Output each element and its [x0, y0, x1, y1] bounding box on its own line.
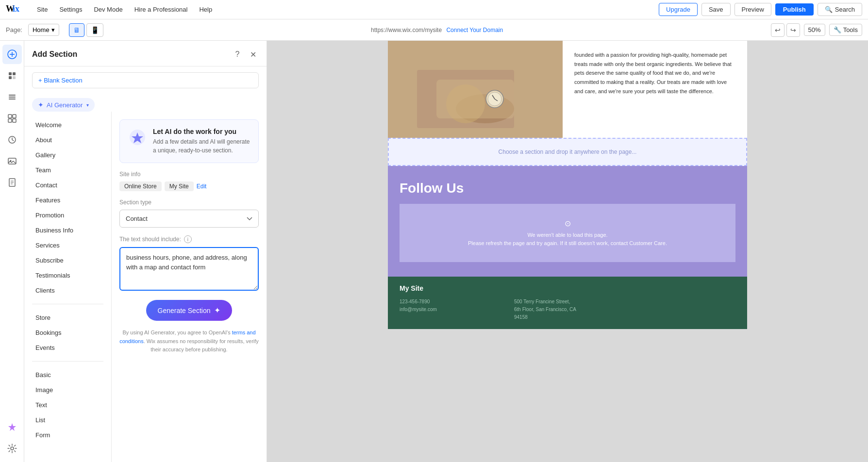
nav-hire[interactable]: Hire a Professional: [130, 4, 193, 15]
follow-error-text: We weren't able to load this page. Pleas…: [468, 231, 667, 247]
svg-marker-23: [8, 423, 16, 431]
zoom-level: 50%: [804, 24, 825, 36]
nav-about[interactable]: About: [24, 132, 111, 148]
nav-contact[interactable]: Contact: [24, 178, 111, 193]
nav-store[interactable]: Store: [24, 310, 111, 325]
chevron-down-icon: ▾: [51, 26, 55, 33]
search-icon: 🔍: [825, 6, 833, 13]
section-type-group: Section type Contact: [119, 199, 259, 228]
panel-content: Welcome About Gallery Team Contact Featu…: [24, 112, 267, 462]
nav-welcome[interactable]: Welcome: [24, 117, 111, 132]
nav-basic[interactable]: Basic: [24, 367, 111, 382]
panel-help-icon[interactable]: ?: [232, 49, 243, 60]
info-icon[interactable]: i: [184, 235, 192, 243]
media-icon[interactable]: [2, 151, 22, 171]
publish-button[interactable]: Publish: [775, 3, 814, 16]
view-icons: 🖥 📱: [69, 23, 103, 37]
search-button[interactable]: 🔍 Search: [818, 3, 862, 16]
nav-image[interactable]: Image: [24, 382, 111, 397]
about-section: founded with a passion for providing hig…: [388, 41, 747, 138]
footer-section: My Site 123-456-7890 info@mysite.com 500…: [388, 277, 747, 329]
error-icon: ⊙: [565, 219, 571, 228]
canvas-area: founded with a passion for providing hig…: [267, 41, 868, 462]
nav-features[interactable]: Features: [24, 193, 111, 208]
nav-gallery[interactable]: Gallery: [24, 148, 111, 163]
preview-button[interactable]: Preview: [734, 3, 771, 16]
generate-section-button[interactable]: Generate Section ✦: [146, 300, 233, 321]
url-bar: https://www.wix.com/mysite Connect Your …: [109, 27, 765, 33]
nav-site[interactable]: Site: [32, 4, 52, 15]
nav-list[interactable]: List: [24, 412, 111, 428]
tools-button[interactable]: 🔧 Tools: [829, 24, 862, 36]
design-icon[interactable]: [2, 66, 22, 85]
nav-text[interactable]: Text: [24, 397, 111, 412]
panel-close-icon[interactable]: ✕: [247, 49, 259, 60]
svg-rect-9: [9, 95, 16, 96]
layers-icon[interactable]: [2, 87, 22, 107]
nav-team[interactable]: Team: [24, 163, 111, 178]
apps-icon[interactable]: [2, 130, 22, 149]
pages-icon[interactable]: [2, 173, 22, 192]
tools-icon: 🔧: [834, 26, 841, 33]
panel-header-icons: ? ✕: [232, 49, 259, 60]
footer-address-2: 6th Floor, San Francisco, CA: [514, 306, 621, 314]
undo-button[interactable]: ↩: [771, 23, 785, 37]
nav-services[interactable]: Services: [24, 238, 111, 253]
upgrade-button[interactable]: Upgrade: [659, 3, 698, 16]
desktop-view-icon[interactable]: 🖥: [69, 23, 84, 37]
nav-devmode[interactable]: Dev Mode: [89, 4, 127, 15]
nav-business-info[interactable]: Business Info: [24, 223, 111, 238]
text-include-textarea[interactable]: business hours, phone, and address, alon…: [119, 247, 259, 291]
wix-logo: W ix: [6, 4, 24, 15]
blank-section-button[interactable]: + Blank Section: [32, 72, 259, 88]
top-nav: Site Settings Dev Mode Hire a Profession…: [32, 4, 217, 15]
page-label: Page:: [6, 26, 22, 33]
ai-footer-text: By using AI Generator, you agree to Open…: [119, 329, 259, 354]
ai-generator-badge[interactable]: ✦ AI Generator ▾: [32, 98, 95, 112]
section-type-select[interactable]: Contact: [119, 210, 259, 228]
nav-help[interactable]: Help: [194, 4, 217, 15]
svg-rect-14: [8, 119, 12, 122]
footer-address-3: 94158: [514, 314, 621, 321]
svg-rect-12: [8, 115, 12, 118]
add-section-icon[interactable]: [2, 45, 22, 64]
components-icon[interactable]: [2, 109, 22, 128]
ai-promo-text: Let AI do the work for you Add a few det…: [153, 128, 250, 155]
svg-rect-6: [13, 72, 16, 75]
site-edit-link[interactable]: Edit: [197, 183, 207, 190]
text-include-group: The text should include: i business hour…: [119, 235, 259, 292]
panel-title: Add Section: [32, 50, 77, 59]
follow-section: Follow Us ⊙ We weren't able to load this…: [388, 166, 747, 277]
nav-events[interactable]: Events: [24, 340, 111, 355]
terms-link[interactable]: terms and conditions: [119, 330, 255, 344]
nav-bookings[interactable]: Bookings: [24, 325, 111, 340]
about-image: [388, 41, 563, 138]
main-layout: Add Section ? ✕ + Blank Section ✦ AI Gen…: [0, 41, 868, 462]
drop-zone[interactable]: Choose a section and drop it anywhere on…: [388, 138, 747, 166]
footer-columns: 123-456-7890 info@mysite.com 500 Terry F…: [400, 298, 735, 321]
save-button[interactable]: Save: [701, 3, 731, 16]
nav-settings[interactable]: Settings: [54, 4, 87, 15]
nav-testimonials[interactable]: Testimonials: [24, 268, 111, 283]
page-selector[interactable]: Home ▾: [28, 24, 59, 36]
ai-promo-icon: [128, 128, 147, 147]
svg-rect-15: [13, 119, 16, 122]
nav-clients[interactable]: Clients: [24, 283, 111, 298]
nav-subscribe[interactable]: Subscribe: [24, 253, 111, 268]
site-info-section: Site info Online Store My Site Edit: [119, 171, 259, 191]
ai-icon[interactable]: [2, 417, 22, 437]
nav-promotion[interactable]: Promotion: [24, 208, 111, 223]
panel-header: Add Section ? ✕: [24, 41, 267, 66]
mobile-view-icon[interactable]: 📱: [86, 23, 103, 37]
footer-col-3: [629, 298, 735, 321]
connect-domain-link[interactable]: Connect Your Domain: [446, 27, 503, 33]
svg-rect-7: [9, 76, 12, 79]
undo-redo: ↩ ↪: [771, 23, 800, 37]
redo-button[interactable]: ↪: [786, 23, 800, 37]
ai-generator-section: Let AI do the work for you Add a few det…: [112, 112, 267, 462]
section-type-label: Section type: [119, 199, 259, 206]
top-bar-right: Upgrade Save Preview Publish 🔍 Search: [659, 3, 862, 16]
text-include-label: The text should include:: [119, 236, 181, 243]
settings-sidebar-icon[interactable]: [2, 439, 22, 458]
nav-form[interactable]: Form: [24, 428, 111, 443]
